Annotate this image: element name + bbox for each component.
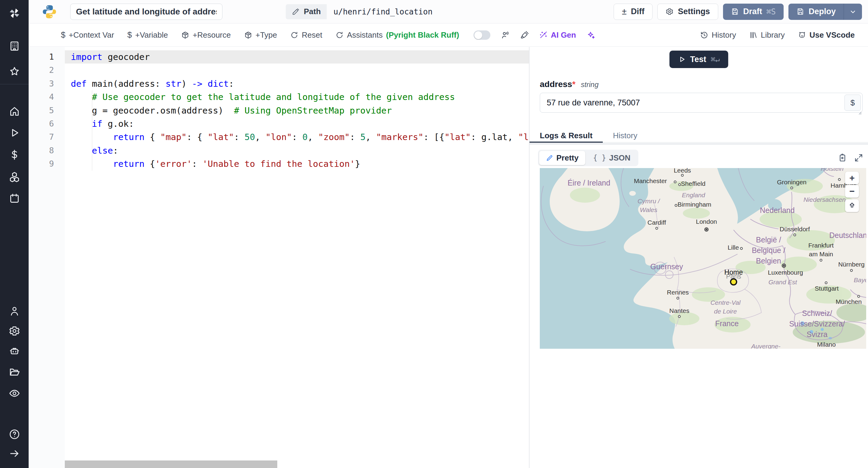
wand-icon xyxy=(539,31,547,39)
user-icon[interactable] xyxy=(8,304,21,318)
windmill-logo-icon[interactable] xyxy=(8,7,21,20)
workers-robot-icon[interactable] xyxy=(8,344,21,357)
ai-gen-button[interactable]: AI Gen xyxy=(539,30,576,40)
code-line[interactable]: 3def main(address: str) -> dict: xyxy=(29,77,529,90)
panel-splitter[interactable] xyxy=(530,143,868,145)
history-button[interactable]: History xyxy=(700,30,736,40)
home-icon[interactable] xyxy=(8,104,21,118)
add-resource-button[interactable]: +Resource xyxy=(181,30,230,40)
expand-fullscreen-icon[interactable] xyxy=(854,153,863,162)
folders-icon[interactable] xyxy=(8,365,21,378)
audit-eye-icon[interactable] xyxy=(8,387,21,400)
settings-gear-icon[interactable] xyxy=(8,324,21,338)
deploy-split-button: Deploy xyxy=(788,4,862,20)
path-edit[interactable]: Path xyxy=(286,4,327,19)
help-question-icon[interactable] xyxy=(8,428,21,441)
home-marker-dot[interactable] xyxy=(730,278,737,286)
multiplayer-user-icon[interactable] xyxy=(501,31,510,40)
reset-button[interactable]: Reset xyxy=(290,30,322,40)
map-label-belgi-: België /Belgique /Belgien xyxy=(752,235,785,266)
code-line[interactable]: 6 if g.ok: xyxy=(29,117,529,130)
map-label-cymru-: Cymru /Wales xyxy=(638,197,660,214)
collapse-arrow-right-icon[interactable] xyxy=(8,447,21,460)
map-city-dot xyxy=(838,178,841,181)
code-editor[interactable]: 1import geocoder23def main(address: str)… xyxy=(29,47,529,468)
tab-logs-result[interactable]: Logs & Result xyxy=(530,129,603,142)
multiplayer-toggle[interactable] xyxy=(473,30,490,40)
script-summary-input[interactable] xyxy=(70,4,222,20)
settings-button[interactable]: Settings xyxy=(657,4,718,20)
map-locate-button[interactable] xyxy=(845,199,859,212)
assistants-button[interactable]: Assistants (Pyright Black Ruff) xyxy=(336,30,459,40)
map-zoom-out-button[interactable]: − xyxy=(845,185,859,198)
save-floppy-icon xyxy=(731,7,739,16)
editor-toolbar: $ +Context Var $ +Variable +Resource +Ty… xyxy=(29,24,868,47)
resources-cubes-icon[interactable] xyxy=(8,170,21,184)
view-json-label: JSON xyxy=(609,153,630,163)
app-sidebar xyxy=(0,0,29,468)
code-line[interactable]: 7 return { "map": { "lat": 50, "lon": 0,… xyxy=(29,130,529,144)
address-input[interactable] xyxy=(540,93,863,113)
library-books-icon xyxy=(749,31,757,39)
format-brush-icon[interactable] xyxy=(520,31,529,40)
schedules-calendar-icon[interactable] xyxy=(8,192,21,205)
add-type-label: +Type xyxy=(255,30,277,40)
editor-horizontal-scrollbar[interactable] xyxy=(65,461,277,468)
map-label-nantes: Nantes xyxy=(670,306,689,315)
draft-shortcut: ⌘S xyxy=(767,7,776,16)
line-number: 9 xyxy=(29,157,65,170)
map-label-france: France xyxy=(715,318,739,329)
result-tabs: Logs & Result History xyxy=(530,129,868,142)
tab-history[interactable]: History xyxy=(603,129,648,142)
result-map[interactable]: LeedsManchesterSheffieldEnglandCymru /Wa… xyxy=(540,168,866,349)
view-json-button[interactable]: { } JSON xyxy=(587,151,637,165)
library-button[interactable]: Library xyxy=(749,30,784,40)
library-label: Library xyxy=(761,30,784,40)
map-city-dot xyxy=(678,183,681,186)
deploy-button[interactable]: Deploy xyxy=(788,4,844,20)
map-label-grand-est: Grand Est xyxy=(769,278,797,287)
test-button[interactable]: Test ⌘↵ xyxy=(670,51,728,68)
script-path[interactable]: Path u/henri/find_location xyxy=(286,4,439,19)
dollar-icon: $ xyxy=(61,30,65,40)
map-label-england: England xyxy=(682,191,705,199)
map-label-auvergne-: Auvergne- xyxy=(751,342,781,349)
copy-clipboard-icon[interactable] xyxy=(838,153,847,162)
map-label-groningen: Groningen xyxy=(777,178,807,187)
insert-variable-dollar-button[interactable]: $ xyxy=(844,95,861,111)
refresh-icon xyxy=(290,31,299,39)
map-city-dot xyxy=(655,227,658,230)
variables-dollar-icon[interactable] xyxy=(8,148,21,161)
add-variable-button[interactable]: $ +Variable xyxy=(127,30,168,40)
map-zoom-in-button[interactable]: + xyxy=(845,172,859,184)
braces-icon: { } xyxy=(593,154,606,162)
map-city-dot xyxy=(850,269,853,272)
add-type-button[interactable]: +Type xyxy=(244,30,277,40)
diff-button[interactable]: ± Diff xyxy=(614,4,652,20)
code-line[interactable]: 5 g = geocoder.osm(address) # Using Open… xyxy=(29,104,529,117)
map-label-manchester: Manchester xyxy=(634,176,667,185)
diff-icon: ± xyxy=(622,7,627,16)
workspace-building-icon[interactable] xyxy=(8,39,21,53)
deploy-dropdown-button[interactable] xyxy=(844,4,862,20)
use-vscode-label: Use VScode xyxy=(809,30,855,40)
use-vscode-button[interactable]: Use VScode xyxy=(798,30,855,40)
code-line[interactable]: 8 else: xyxy=(29,144,529,157)
map-label-sheffield: Sheffield xyxy=(681,179,705,188)
map-city-dot xyxy=(681,174,684,177)
add-context-var-button[interactable]: $ +Context Var xyxy=(61,30,114,40)
view-pretty-button[interactable]: Pretty xyxy=(539,151,585,165)
code-line[interactable]: 4 # Use geocoder to get the latitude and… xyxy=(29,90,529,104)
favorites-star-icon[interactable] xyxy=(8,65,21,78)
ai-gen-label: AI Gen xyxy=(551,30,576,40)
map-label-cardiff: Cardiff xyxy=(647,218,666,227)
map-city-dot xyxy=(782,264,786,268)
ai-sparkles-icon[interactable] xyxy=(586,31,595,40)
line-number: 6 xyxy=(29,117,65,130)
code-line[interactable]: 1import geocoder xyxy=(29,50,529,64)
runs-play-icon[interactable] xyxy=(8,126,21,139)
code-line[interactable]: 2 xyxy=(29,64,529,77)
draft-button[interactable]: Draft ⌘S xyxy=(723,4,784,20)
resize-handle[interactable] xyxy=(857,110,862,115)
code-line[interactable]: 9 return {'error': 'Unable to find the l… xyxy=(29,157,529,170)
